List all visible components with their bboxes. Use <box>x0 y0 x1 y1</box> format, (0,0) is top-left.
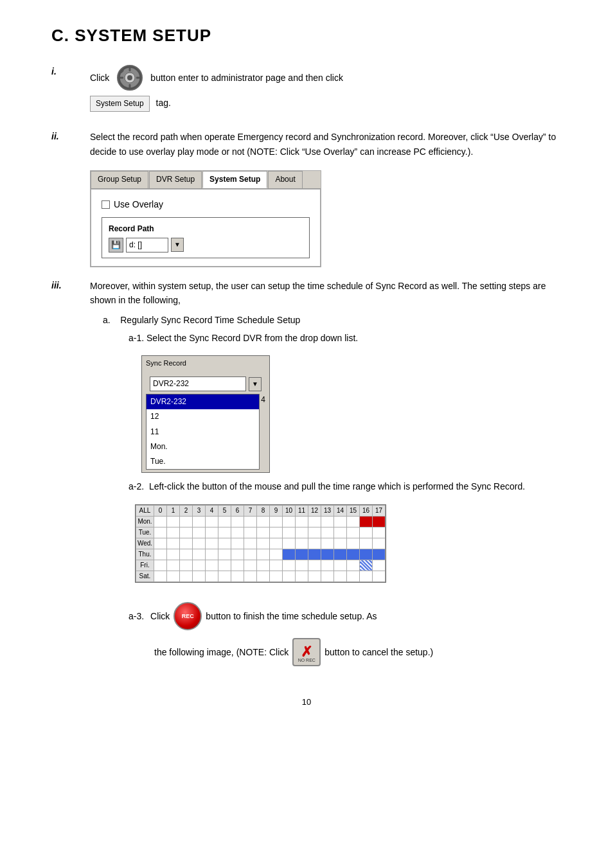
row-label-sat: Sat. <box>136 571 154 581</box>
grid-row-wed: Wed. <box>136 538 386 549</box>
sync-side-number: 4 <box>260 394 265 470</box>
record-path-row: 💾 d: [] ▼ <box>109 238 303 252</box>
svg-point-2 <box>127 75 132 80</box>
tab-system-setup[interactable]: System Setup <box>202 171 267 188</box>
sub-a2-label: a-2. <box>129 481 149 492</box>
grid-row-tue: Tue. <box>136 527 386 538</box>
sub-a3-text-following: the following image, (NOTE: Click <box>154 645 289 659</box>
grid-row-sat: Sat. <box>136 571 386 581</box>
path-dropdown-arrow[interactable]: ▼ <box>171 238 184 252</box>
item-ii-label: ii. <box>51 130 90 141</box>
system-setup-tag: System Setup <box>90 96 150 112</box>
item-i-text-before: Click <box>90 71 109 85</box>
row-label-thu: Thu. <box>136 549 154 560</box>
grid-header-17: 17 <box>373 505 386 516</box>
grid-header-5: 5 <box>218 505 231 516</box>
item-iii: iii. Moreover, within system setup, the … <box>51 279 562 671</box>
schedule-grid: ALL 0 1 2 3 4 5 6 7 8 <box>136 505 386 582</box>
item-iii-label: iii. <box>51 279 90 290</box>
item-i-text-middle: button enter to administrator page and t… <box>150 71 343 85</box>
record-path-label: Record Path <box>109 223 303 235</box>
item-i-text-after: tag. <box>156 98 171 108</box>
sub-a2-text: Left-click the button of the mouse and p… <box>149 481 525 492</box>
sync-list-container: DVR2-232 12 11 Mon. Tue. 4 <box>146 394 265 470</box>
row-label-tue: Tue. <box>136 527 154 538</box>
sub-a3-text-before: Click <box>150 609 170 623</box>
svg-rect-6 <box>136 77 140 79</box>
sync-dropdown-row: DVR2-232 ▼ <box>146 374 265 394</box>
row-label-wed: Wed. <box>136 538 154 549</box>
grid-header-6: 6 <box>231 505 244 516</box>
item-i: i. Click button enter to administrator p… <box>51 65 562 118</box>
system-setup-dialog: Group Setup DVR Setup System Setup About… <box>90 170 321 267</box>
record-path-value: d: [] <box>126 238 168 252</box>
item-ii-text: Select the record path when operate Emer… <box>90 130 562 159</box>
path-icon: 💾 <box>109 238 123 252</box>
grid-header-3: 3 <box>193 505 206 516</box>
grid-header-15: 15 <box>347 505 360 516</box>
item-ii: ii. Select the record path when operate … <box>51 130 562 267</box>
grid-row-fri: Fri. <box>136 560 386 571</box>
use-overlay-row: Use Overlay <box>102 197 310 211</box>
rec-button-icon: REC <box>173 602 202 630</box>
schedule-grid-wrapper: ALL 0 1 2 3 4 5 6 7 8 <box>135 499 562 587</box>
sync-list-item-4[interactable]: Tue. <box>147 454 259 469</box>
sync-dropdown-arrow[interactable]: ▼ <box>249 377 262 391</box>
grid-header-0: 0 <box>154 505 167 516</box>
norec-button-icon: ✗ NO REC <box>292 638 321 666</box>
grid-row-mon: Mon. <box>136 516 386 527</box>
sub-a: a. Regularly Sync Record Time Schedule S… <box>103 313 562 666</box>
record-path-group: Record Path 💾 d: [] ▼ <box>102 217 310 258</box>
sub-a3-label: a-3. <box>129 609 147 623</box>
tab-dvr-setup[interactable]: DVR Setup <box>149 171 202 188</box>
grid-header-14: 14 <box>334 505 347 516</box>
sync-record-header: Sync Record <box>146 358 186 369</box>
page-number: 10 <box>51 697 562 707</box>
use-overlay-checkbox[interactable] <box>102 200 110 209</box>
dialog-body: Use Overlay Record Path 💾 d: [] ▼ <box>91 189 321 267</box>
sync-list-item-3[interactable]: Mon. <box>147 439 259 454</box>
sync-list-item-0[interactable]: DVR2-232 <box>147 394 259 409</box>
tab-group-setup[interactable]: Group Setup <box>91 171 148 188</box>
item-i-content: Click button enter to administrator page… <box>90 65 562 118</box>
grid-header-1: 1 <box>167 505 180 516</box>
grid-header-8: 8 <box>257 505 270 516</box>
svg-rect-5 <box>120 77 123 79</box>
sync-list-item-1[interactable]: 12 <box>147 409 259 424</box>
grid-header-11: 11 <box>296 505 308 516</box>
schedule-grid-container: ALL 0 1 2 3 4 5 6 7 8 <box>135 504 386 583</box>
sync-dropdown-field[interactable]: DVR2-232 <box>150 376 246 391</box>
sync-dropdown-list: DVR2-232 12 11 Mon. Tue. <box>146 394 260 470</box>
grid-header-7: 7 <box>244 505 257 516</box>
grid-header-all: ALL <box>136 505 154 516</box>
item-ii-content: Select the record path when operate Emer… <box>90 130 562 267</box>
grid-header-12: 12 <box>308 505 321 516</box>
sub-a3-text-middle-1: button to finish the time schedule setup… <box>206 609 377 623</box>
grid-header-16: 16 <box>360 505 373 516</box>
grid-header-13: 13 <box>321 505 334 516</box>
row-label-fri: Fri. <box>136 560 154 571</box>
sub-a1-text: Select the Sync Record DVR from the drop… <box>147 333 358 343</box>
grid-row-thu: Thu. <box>136 549 386 560</box>
item-i-label: i. <box>51 65 90 76</box>
grid-header-9: 9 <box>270 505 283 516</box>
grid-header-4: 4 <box>206 505 218 516</box>
svg-rect-4 <box>129 84 131 88</box>
sub-a-text: Regularly Sync Record Time Schedule Setu… <box>120 315 300 325</box>
dialog-tabs: Group Setup DVR Setup System Setup About <box>91 171 321 189</box>
sub-a2: a-2. Left-click the button of the mouse … <box>129 479 562 587</box>
svg-rect-3 <box>129 67 131 71</box>
sub-a1: a-1. Select the Sync Record DVR from the… <box>129 331 562 473</box>
sync-list-item-2[interactable]: 11 <box>147 425 259 439</box>
sub-a1-label: a-1. <box>129 333 147 343</box>
grid-header-2: 2 <box>180 505 193 516</box>
row-label-mon: Mon. <box>136 516 154 527</box>
tab-about[interactable]: About <box>268 171 302 188</box>
sub-a-label: a. <box>103 315 118 325</box>
use-overlay-label: Use Overlay <box>114 197 163 211</box>
item-iii-text: Moreover, within system setup, the user … <box>90 279 562 308</box>
settings-icon <box>117 65 143 91</box>
page-title: C. SYSTEM SETUP <box>51 26 562 46</box>
grid-header-10: 10 <box>283 505 296 516</box>
item-iii-content: Moreover, within system setup, the user … <box>90 279 562 671</box>
